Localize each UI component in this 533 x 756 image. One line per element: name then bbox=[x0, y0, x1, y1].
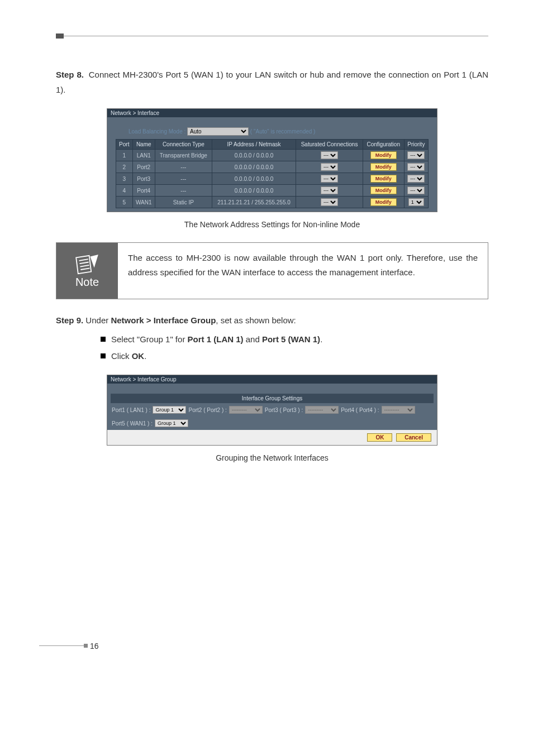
footer-rule bbox=[39, 645, 84, 646]
cell-prio: --- bbox=[404, 185, 428, 197]
p4-select[interactable]: --------- bbox=[382, 406, 415, 414]
prio-select[interactable]: --- bbox=[407, 163, 425, 171]
step8-text: Connect MH-2300's Port 5 (WAN 1) to your… bbox=[56, 70, 488, 94]
cell-sat: --- bbox=[296, 161, 363, 173]
cell-conf: Modify bbox=[363, 185, 404, 197]
cell-ctype: --- bbox=[155, 173, 212, 185]
bullet-1: Select "Group 1" for Port 1 (LAN 1) and … bbox=[101, 331, 488, 348]
step8-label: Step 8. bbox=[56, 70, 84, 79]
cell-conf: Modify bbox=[363, 150, 404, 161]
prio-select[interactable]: --- bbox=[407, 151, 425, 159]
header-rule bbox=[56, 34, 67, 42]
p2-label: Port2 ( Port2 ) : bbox=[188, 407, 226, 413]
th-sat: Saturated Connections bbox=[296, 140, 363, 150]
prio-select[interactable]: 1 bbox=[408, 198, 424, 206]
cell-prio: --- bbox=[404, 150, 428, 161]
p1-select[interactable]: Group 1 bbox=[153, 406, 186, 414]
modify-button[interactable]: Modify bbox=[370, 175, 397, 183]
button-row: OK Cancel bbox=[107, 430, 437, 445]
sat-select[interactable]: --- bbox=[321, 163, 338, 171]
cell-sat: --- bbox=[296, 173, 363, 185]
screenshot1-caption: The Network Address Settings for Non-inl… bbox=[56, 220, 488, 229]
cell-conf: Modify bbox=[363, 161, 404, 173]
screenshot-interface: Network > Interface Load Balancing Mode … bbox=[107, 108, 437, 212]
cell-name: Port4 bbox=[132, 185, 155, 197]
cell-prio: --- bbox=[404, 161, 428, 173]
modify-button[interactable]: Modify bbox=[370, 151, 397, 159]
notepad-icon bbox=[72, 253, 102, 276]
p2-select[interactable]: --------- bbox=[229, 406, 263, 414]
cancel-button[interactable]: Cancel bbox=[396, 433, 431, 442]
lb-label: Load Balancing Mode : bbox=[129, 128, 185, 135]
cell-name: Port2 bbox=[132, 161, 155, 173]
breadcrumb: Network > Interface Group bbox=[107, 375, 437, 384]
cell-name: LAN1 bbox=[132, 150, 155, 161]
cell-ip: 211.21.21.21 / 255.255.255.0 bbox=[212, 197, 296, 208]
th-port: Port bbox=[116, 140, 133, 150]
modify-button[interactable]: Modify bbox=[370, 163, 397, 171]
screenshot-interface-group: Network > Interface Group Interface Grou… bbox=[107, 375, 437, 446]
cell-name: Port3 bbox=[132, 173, 155, 185]
p3-label: Port3 ( Port3 ) : bbox=[265, 407, 303, 413]
modify-button[interactable]: Modify bbox=[370, 198, 397, 206]
cell-ctype: Transparent Bridge bbox=[155, 150, 212, 161]
step9-bullets: Select "Group 1" for Port 1 (LAN 1) and … bbox=[101, 331, 488, 365]
sat-select[interactable]: --- bbox=[321, 151, 338, 159]
cell-ctype: --- bbox=[155, 161, 212, 173]
cell-port: 1 bbox=[116, 150, 133, 161]
cell-name: WAN1 bbox=[132, 197, 155, 208]
table-row: 1LAN1Transparent Bridge0.0.0.0 / 0.0.0.0… bbox=[116, 150, 429, 161]
p5-select[interactable]: Group 1 bbox=[155, 419, 188, 427]
cell-ip: 0.0.0.0 / 0.0.0.0 bbox=[212, 173, 296, 185]
note-box: Note The access to MH-2300 is now availa… bbox=[56, 242, 488, 299]
load-balancing-row: Load Balancing Mode : Auto ( "Auto" is r… bbox=[107, 117, 437, 138]
th-conf: Configuration bbox=[363, 140, 404, 150]
cell-ip: 0.0.0.0 / 0.0.0.0 bbox=[212, 161, 296, 173]
cell-port: 2 bbox=[116, 161, 133, 173]
step8: Step 8. Connect MH-2300's Port 5 (WAN 1)… bbox=[56, 67, 488, 97]
note-label: Note bbox=[75, 276, 99, 289]
lb-mode-select[interactable]: Auto bbox=[187, 127, 249, 136]
th-ip: IP Address / Netmask bbox=[212, 140, 296, 150]
p3-select[interactable]: --------- bbox=[305, 406, 339, 414]
ok-button[interactable]: OK bbox=[367, 433, 392, 442]
p1-label: Port1 ( LAN1 ) : bbox=[112, 407, 150, 413]
step9-suffix: , set as shown below: bbox=[216, 315, 296, 325]
ig-row-2: Port5 ( WAN1 ) :Group 1 bbox=[107, 417, 437, 430]
cell-ip: 0.0.0.0 / 0.0.0.0 bbox=[212, 185, 296, 197]
p4-label: Port4 ( Port4 ) : bbox=[341, 407, 379, 413]
sat-select[interactable]: --- bbox=[321, 198, 338, 206]
footer: 16 bbox=[56, 641, 488, 650]
footer-tick-icon bbox=[84, 644, 88, 648]
prio-select[interactable]: --- bbox=[407, 186, 425, 194]
step9: Step 9. Under Network > Interface Group,… bbox=[56, 313, 488, 328]
table-row: 4Port4---0.0.0.0 / 0.0.0.0---Modify--- bbox=[116, 185, 429, 197]
cell-ctype: Static IP bbox=[155, 197, 212, 208]
cell-prio: --- bbox=[404, 173, 428, 185]
cell-sat: --- bbox=[296, 197, 363, 208]
note-text: The access to MH-2300 is now available t… bbox=[118, 243, 488, 299]
note-icon: Note bbox=[56, 243, 118, 299]
modify-button[interactable]: Modify bbox=[370, 186, 397, 194]
screenshot2-caption: Grouping the Network Interfaces bbox=[56, 453, 488, 462]
table-row: 3Port3---0.0.0.0 / 0.0.0.0---Modify--- bbox=[116, 173, 429, 185]
th-ctype: Connection Type bbox=[155, 140, 212, 150]
step9-prefix: Under bbox=[85, 315, 111, 325]
bullet-icon bbox=[101, 337, 106, 342]
cell-port: 5 bbox=[116, 197, 133, 208]
prio-select[interactable]: --- bbox=[407, 175, 425, 183]
sat-select[interactable]: --- bbox=[321, 175, 338, 183]
sat-select[interactable]: --- bbox=[321, 186, 338, 194]
cell-conf: Modify bbox=[363, 197, 404, 208]
page-number: 16 bbox=[90, 642, 99, 650]
cell-prio: 1 bbox=[404, 197, 428, 208]
table-row: 2Port2---0.0.0.0 / 0.0.0.0---Modify--- bbox=[116, 161, 429, 173]
ig-title: Interface Group Settings bbox=[111, 394, 434, 403]
cell-port: 3 bbox=[116, 173, 133, 185]
cell-ip: 0.0.0.0 / 0.0.0.0 bbox=[212, 150, 296, 161]
step9-bold1: Network > Interface Group bbox=[111, 315, 216, 325]
cell-sat: --- bbox=[296, 150, 363, 161]
lb-hint: ( "Auto" is recommended ) bbox=[250, 128, 316, 135]
cell-ctype: --- bbox=[155, 185, 212, 197]
th-prio: Priority bbox=[404, 140, 428, 150]
